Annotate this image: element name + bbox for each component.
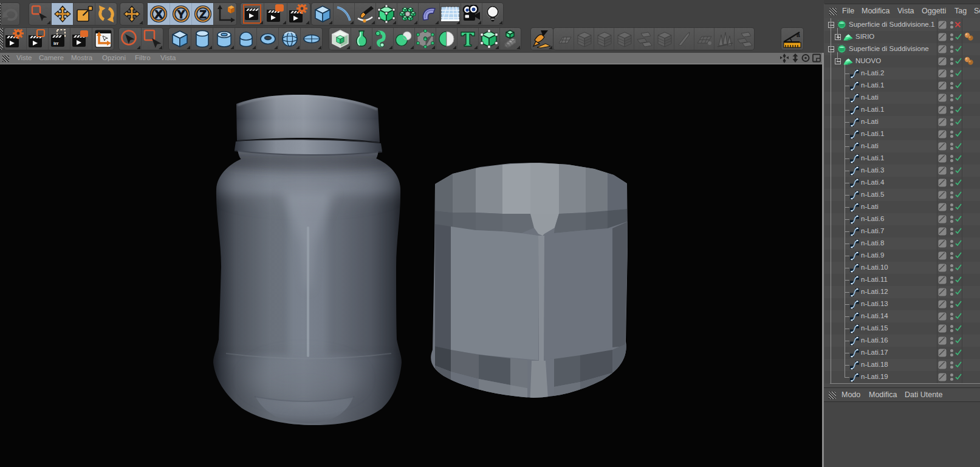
svg-text:a: a <box>797 32 800 38</box>
svg-text:irr: irr <box>53 41 58 46</box>
svg-text:Z: Z <box>199 8 207 21</box>
svg-text:X: X <box>155 8 163 21</box>
svg-text:Y: Y <box>177 8 185 21</box>
